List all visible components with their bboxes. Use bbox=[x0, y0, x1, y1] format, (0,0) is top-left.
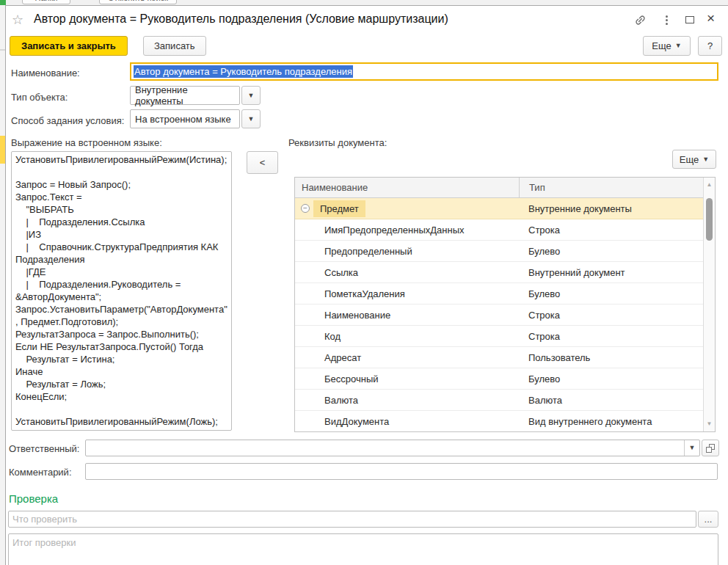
table-row[interactable]: ВалютаВалюта bbox=[295, 390, 703, 411]
screen: Папки Отменить поиск ☆ Автор документа =… bbox=[0, 0, 728, 565]
chevron-down-icon[interactable]: ▼ bbox=[241, 86, 261, 105]
selected-text: Автор документа = Руководитель подраздел… bbox=[134, 65, 353, 78]
attribute-type: Булево bbox=[519, 241, 703, 261]
attribute-type: Пользователь bbox=[519, 347, 703, 368]
check-ellipsis-button[interactable]: ... bbox=[698, 511, 718, 528]
help-button[interactable]: ? bbox=[698, 36, 722, 56]
attribute-type: Внутренний документ bbox=[519, 262, 703, 282]
attribute-name: Адресат bbox=[324, 352, 361, 363]
check-what-input[interactable] bbox=[8, 511, 696, 528]
expression-label: Выражение на встроенном языке: bbox=[11, 137, 162, 148]
check-result-textarea[interactable] bbox=[8, 533, 718, 565]
attribute-name: Наименование bbox=[324, 310, 390, 321]
table-row[interactable]: СсылкаВнутренний документ bbox=[295, 262, 703, 283]
name-label: Наименование: bbox=[11, 68, 80, 79]
transfer-left-button[interactable]: < bbox=[247, 151, 278, 174]
background-button-cancel-search: Отменить поиск bbox=[99, 0, 177, 4]
attribute-name: Ссылка bbox=[324, 267, 358, 278]
attribute-name: ВидДокумента bbox=[324, 416, 389, 427]
save-and-close-button[interactable]: Записать и закрыть bbox=[10, 36, 128, 56]
attribute-type: Булево bbox=[519, 283, 703, 304]
attribute-name: Предопределенный bbox=[324, 246, 412, 257]
column-header-name[interactable]: Наименование bbox=[295, 178, 519, 197]
table-header: Наименование Тип bbox=[295, 178, 703, 198]
scrollbar-thumb[interactable] bbox=[706, 198, 713, 241]
collapse-icon[interactable]: − bbox=[301, 204, 310, 213]
attribute-type: Строка bbox=[519, 219, 703, 240]
kebab-menu-icon[interactable] bbox=[666, 15, 669, 25]
attributes-table-body: −ПредметВнутренние документыИмяПредопред… bbox=[295, 198, 703, 431]
chevron-down-icon[interactable]: ▼ bbox=[684, 440, 699, 456]
attribute-type: Валюта bbox=[519, 390, 703, 410]
expression-code-editor[interactable]: УстановитьПривилегированныйРежим(Истина)… bbox=[11, 151, 232, 431]
responsible-open-button[interactable] bbox=[702, 440, 719, 456]
attribute-type: Строка bbox=[519, 326, 703, 346]
background-window-left-strip bbox=[0, 5, 5, 565]
chevron-down-icon[interactable]: ▼ bbox=[241, 109, 261, 128]
attribute-name: Предмет bbox=[313, 200, 365, 217]
attribute-name: ИмяПредопределенныхДанных bbox=[324, 225, 465, 236]
open-icon bbox=[706, 444, 715, 453]
table-row[interactable]: −ПредметВнутренние документы bbox=[295, 198, 703, 219]
responsible-field[interactable]: ▼ bbox=[85, 440, 700, 456]
condition-method-label: Способ задания условия: bbox=[11, 115, 124, 126]
table-row[interactable]: ПометкаУдаленияБулево bbox=[295, 283, 703, 305]
object-type-label: Тип объекта: bbox=[11, 92, 68, 103]
attribute-name: Бессрочный bbox=[324, 373, 379, 384]
object-type-combo[interactable]: Внутренние документы ▼ bbox=[130, 86, 261, 105]
scroll-up-icon[interactable]: ▲ bbox=[704, 181, 715, 189]
window-title: Автор документа = Руководитель подраздел… bbox=[34, 12, 448, 26]
comment-input[interactable] bbox=[85, 463, 718, 480]
attribute-type: Булево bbox=[519, 368, 703, 389]
attribute-name: Код bbox=[324, 331, 341, 342]
attribute-name: Валюта bbox=[324, 395, 358, 406]
chevron-down-icon: ▼ bbox=[702, 156, 709, 163]
background-window-strip: Папки Отменить поиск bbox=[0, 0, 728, 5]
get-link-icon[interactable] bbox=[634, 14, 647, 29]
column-header-type[interactable]: Тип bbox=[519, 178, 703, 197]
condition-method-combo[interactable]: На встроенном языке ▼ bbox=[130, 109, 261, 128]
more-button[interactable]: Еще▼ bbox=[643, 36, 691, 56]
table-row[interactable]: КодСтрока bbox=[295, 326, 703, 347]
responsible-input[interactable] bbox=[85, 440, 700, 456]
chevron-down-icon: ▼ bbox=[675, 43, 682, 49]
attribute-name: ПометкаУдаления bbox=[324, 288, 405, 299]
save-button[interactable]: Записать bbox=[143, 36, 206, 56]
background-button-folders: Папки bbox=[22, 0, 70, 4]
maximize-icon[interactable] bbox=[685, 16, 694, 23]
favorite-star-icon[interactable]: ☆ bbox=[12, 12, 23, 27]
table-row[interactable]: НаименованиеСтрока bbox=[295, 305, 703, 326]
name-input[interactable]: Автор документа = Руководитель подраздел… bbox=[130, 62, 718, 81]
responsible-label: Ответственный: bbox=[9, 443, 79, 454]
close-icon[interactable]: × bbox=[707, 11, 715, 26]
table-row[interactable]: ИмяПредопределенныхДанныхСтрока bbox=[295, 219, 703, 241]
table-row[interactable]: БессрочныйБулево bbox=[295, 368, 703, 390]
check-section-heading: Проверка bbox=[9, 492, 58, 505]
table-row[interactable]: ВидДокументаВид внутреннего документа bbox=[295, 411, 703, 432]
attribute-type: Строка bbox=[519, 305, 703, 325]
attribute-type: Вид внутреннего документа bbox=[519, 411, 703, 431]
attributes-label: Реквизиты документа: bbox=[288, 137, 387, 148]
background-app-icon bbox=[0, 0, 6, 5]
attribute-type: Внутренние документы bbox=[519, 198, 703, 219]
scroll-down-icon[interactable]: ▼ bbox=[704, 420, 715, 428]
table-row[interactable]: АдресатПользователь bbox=[295, 347, 703, 368]
routing-condition-dialog: ☆ Автор документа = Руководитель подразд… bbox=[5, 5, 728, 565]
attributes-table: Наименование Тип −ПредметВнутренние доку… bbox=[294, 177, 716, 432]
table-row[interactable]: ПредопределенныйБулево bbox=[295, 241, 703, 262]
attributes-more-button[interactable]: Еще▼ bbox=[672, 150, 716, 169]
table-scrollbar[interactable]: ▲ ▼ bbox=[703, 178, 715, 431]
comment-label: Комментарий: bbox=[9, 467, 72, 478]
